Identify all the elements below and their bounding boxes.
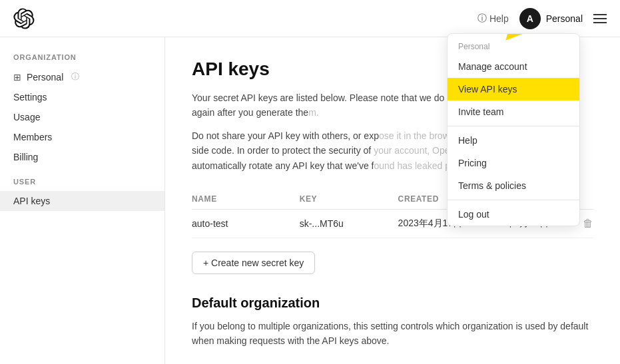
col-header-key: KEY (300, 189, 398, 210)
dropdown-item-manage-account[interactable]: Manage account (448, 55, 579, 78)
top-nav: ⓘ Help A Personal (0, 0, 620, 37)
sidebar-item-members-label: Members (13, 132, 52, 142)
nav-left (13, 8, 35, 29)
dropdown-divider-2 (448, 200, 579, 200)
default-org-title: Default organization (192, 295, 593, 311)
row-key: sk-...MT6u (300, 209, 398, 238)
sidebar-item-settings[interactable]: Settings (0, 87, 164, 107)
user-menu-button[interactable]: A Personal (519, 8, 583, 29)
create-secret-key-button[interactable]: + Create new secret key (192, 252, 315, 274)
dropdown-item-invite-team[interactable]: Invite team (448, 100, 579, 123)
sidebar-item-billing-label: Billing (13, 152, 38, 162)
default-org-desc: If you belong to multiple organizations,… (192, 319, 593, 349)
sidebar-item-settings-label: Settings (13, 92, 47, 102)
personal-label: Personal (546, 13, 583, 24)
help-label: Help (489, 13, 509, 24)
avatar: A (519, 8, 541, 29)
dropdown-item-terms[interactable]: Terms & policies (448, 174, 579, 197)
arrow-annotation-icon (499, 33, 539, 41)
sidebar-item-personal-label: Personal (27, 72, 63, 83)
sidebar-item-usage[interactable]: Usage (0, 107, 164, 127)
help-circle-icon: ⓘ (477, 13, 487, 25)
sidebar-item-usage-label: Usage (13, 112, 40, 122)
dropdown-divider-1 (448, 126, 579, 126)
sidebar-item-personal[interactable]: ⊞ Personal ⓘ (0, 67, 164, 87)
col-header-name: NAME (192, 189, 300, 210)
grid-icon: ⊞ (13, 72, 21, 83)
dropdown-item-pricing[interactable]: Pricing (448, 152, 579, 174)
dropdown-item-view-api-keys[interactable]: View API keys (448, 78, 579, 100)
nav-right: ⓘ Help A Personal (477, 8, 607, 29)
dropdown-item-help[interactable]: Help (448, 129, 579, 152)
user-section-label: USER (0, 167, 164, 191)
openai-logo-icon (13, 8, 35, 29)
sidebar-item-billing[interactable]: Billing (0, 147, 164, 167)
dropdown-item-logout[interactable]: Log out (448, 203, 579, 226)
delete-key-icon[interactable]: 🗑 (583, 218, 593, 229)
user-dropdown-menu: Personal Manage account View API keys In… (447, 33, 580, 226)
sidebar-item-members[interactable]: Members (0, 127, 164, 147)
sidebar: ORGANIZATION ⊞ Personal ⓘ Settings Usage… (0, 37, 165, 364)
row-name: auto-test (192, 209, 300, 238)
hamburger-menu-button[interactable] (593, 14, 607, 23)
org-section-label: ORGANIZATION (0, 53, 164, 67)
sidebar-item-api-keys-label: API keys (13, 196, 50, 206)
info-icon: ⓘ (71, 71, 79, 83)
sidebar-item-api-keys[interactable]: API keys (0, 191, 164, 211)
help-button[interactable]: ⓘ Help (477, 13, 509, 25)
